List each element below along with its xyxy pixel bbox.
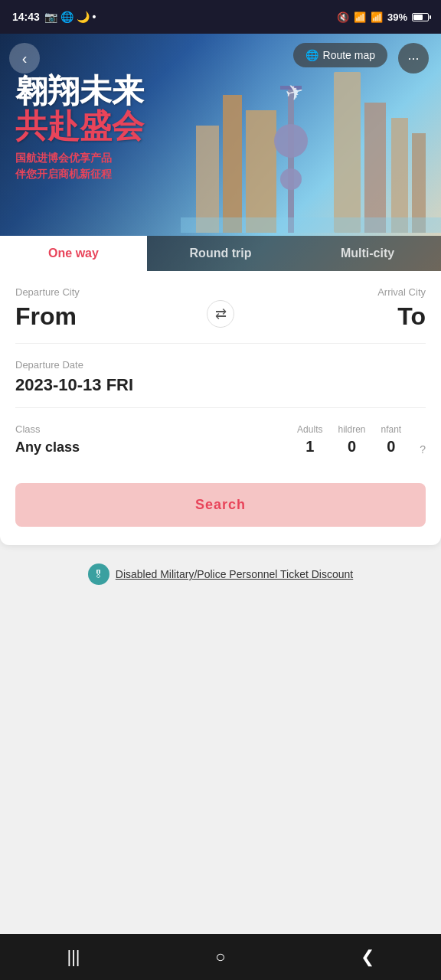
class-value: Any class xyxy=(15,439,297,456)
class-passengers-row[interactable]: Class Any class Adults 1 hildren 0 nfant… xyxy=(15,408,426,468)
time-display: 14:43 xyxy=(12,11,40,23)
search-button[interactable]: Search xyxy=(15,483,426,527)
svg-rect-1 xyxy=(223,95,242,233)
svg-rect-3 xyxy=(288,87,294,233)
battery-icon xyxy=(412,13,429,21)
route-map-label: Route map xyxy=(323,49,375,61)
route-map-button[interactable]: 🌐 Route map xyxy=(293,43,387,67)
svg-rect-0 xyxy=(196,126,219,233)
svg-rect-11 xyxy=(181,217,441,233)
departure-city-col[interactable]: Departure City From xyxy=(15,286,201,331)
arrival-city-value[interactable]: To xyxy=(240,302,426,331)
departure-city-label: Departure City xyxy=(15,286,201,298)
infant-count: 0 xyxy=(381,438,402,456)
bottom-navigation: ||| ○ ❮ xyxy=(0,934,441,980)
discount-section[interactable]: 🎖 Disabled Military/Police Personnel Tic… xyxy=(0,545,441,603)
svg-point-5 xyxy=(280,168,302,190)
children-item[interactable]: hildren 0 xyxy=(338,424,365,456)
svg-rect-8 xyxy=(364,103,386,233)
signal-icon: 📶 xyxy=(371,11,383,23)
hero-text-block: 翱翔未来 共赴盛会 国航进博会优享产品 伴您开启商机新征程 xyxy=(15,74,144,182)
svg-point-4 xyxy=(274,124,308,158)
tab-multi-city[interactable]: Multi-city xyxy=(294,236,441,271)
arrival-city-col[interactable]: Arrival City To xyxy=(240,286,426,331)
city-skyline xyxy=(181,64,441,233)
hero-subtitle: 国航进博会优享产品 伴您开启商机新征程 xyxy=(15,150,144,182)
svg-rect-2 xyxy=(246,110,276,233)
swap-cities-button[interactable]: ⇄ xyxy=(207,300,234,328)
infant-label: nfant xyxy=(381,424,402,435)
hero-banner: ✈ ‹ 🌐 Route map ··· 翱翔未来 共赴盛会 国航进博会优享产品 … xyxy=(0,34,441,271)
trip-type-tabs: One way Round trip Multi-city xyxy=(0,236,441,271)
status-icons: 📷 🌐 🌙 • xyxy=(44,11,96,23)
children-label: hildren xyxy=(338,424,365,435)
nav-home-button[interactable]: ○ xyxy=(198,934,243,980)
mute-icon: 🔇 xyxy=(337,11,349,23)
infant-item[interactable]: nfant 0 xyxy=(381,424,402,456)
departure-date-row[interactable]: Departure Date 2023-10-13 FRI xyxy=(15,344,426,408)
departure-date-label: Departure Date xyxy=(15,359,426,371)
adults-count: 1 xyxy=(297,438,322,456)
nav-back-button[interactable]: ❮ xyxy=(345,934,390,980)
route-map-icon: 🌐 xyxy=(305,49,318,61)
class-col[interactable]: Class Any class xyxy=(15,423,297,456)
passengers-col: Adults 1 hildren 0 nfant 0 ? xyxy=(297,424,426,456)
children-count: 0 xyxy=(338,438,365,456)
status-time: 14:43 📷 🌐 🌙 • xyxy=(12,11,96,23)
adults-label: Adults xyxy=(297,424,322,435)
search-form: Departure City From ⇄ Arrival City To De… xyxy=(0,271,441,545)
svg-rect-7 xyxy=(334,72,361,233)
status-indicators: 🔇 📶 📶 39% xyxy=(337,11,429,23)
hero-title-line2: 共赴盛会 xyxy=(15,109,144,144)
tab-round-trip[interactable]: Round trip xyxy=(147,236,294,271)
departure-date-value: 2023-10-13 FRI xyxy=(15,375,426,395)
hero-title: 翱翔未来 共赴盛会 xyxy=(15,74,144,144)
nav-menu-button[interactable]: ||| xyxy=(51,934,96,980)
hero-subtitle-line2: 伴您开启商机新征程 xyxy=(15,166,144,182)
discount-icon: 🎖 xyxy=(88,564,109,585)
class-label: Class xyxy=(15,423,297,435)
wifi-icon: 📶 xyxy=(354,11,366,23)
hero-subtitle-line1: 国航进博会优享产品 xyxy=(15,150,144,166)
help-icon[interactable]: ? xyxy=(420,443,426,456)
battery-level: 39% xyxy=(387,11,407,23)
adults-item[interactable]: Adults 1 xyxy=(297,424,322,456)
back-button[interactable]: ‹ xyxy=(9,43,40,74)
more-options-button[interactable]: ··· xyxy=(398,43,429,74)
city-row[interactable]: Departure City From ⇄ Arrival City To xyxy=(15,271,426,344)
status-bar: 14:43 📷 🌐 🌙 • 🔇 📶 📶 39% xyxy=(0,0,441,34)
hero-title-line1: 翱翔未来 xyxy=(15,74,144,109)
svg-rect-9 xyxy=(391,118,408,233)
discount-link-text: Disabled Military/Police Personnel Ticke… xyxy=(116,568,353,580)
tab-one-way[interactable]: One way xyxy=(0,236,147,271)
departure-city-value[interactable]: From xyxy=(15,302,201,331)
arrival-city-label: Arrival City xyxy=(240,286,426,298)
